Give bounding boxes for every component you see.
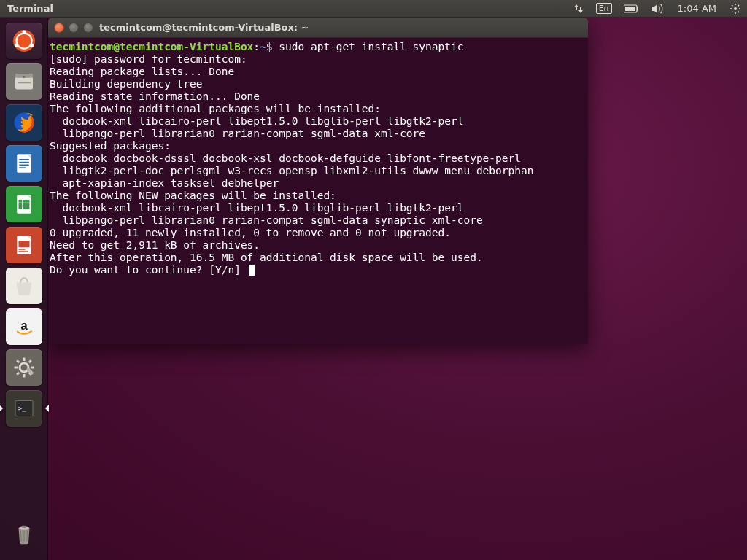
keyboard-indicator[interactable]: En xyxy=(590,0,618,17)
top-panel: Terminal En 1:04 AM xyxy=(0,0,747,18)
terminal-output: [sudo] password for tecmintcom: Reading … xyxy=(50,53,533,276)
svg-rect-11 xyxy=(18,82,31,83)
libreoffice-writer-icon xyxy=(11,150,37,176)
launcher-software[interactable] xyxy=(5,267,43,305)
system-settings-icon xyxy=(11,354,37,381)
session-indicator[interactable] xyxy=(724,0,747,17)
terminal-cursor xyxy=(249,265,255,276)
window-title: tecmintcom@tecmintcom-VirtualBox: ~ xyxy=(99,22,309,33)
keyboard-layout-badge: En xyxy=(596,3,612,14)
svg-rect-26 xyxy=(22,203,26,206)
svg-rect-33 xyxy=(18,241,29,247)
launcher-terminal[interactable]: >_ xyxy=(5,389,43,427)
svg-point-8 xyxy=(29,43,33,47)
svg-rect-2 xyxy=(625,7,635,11)
launcher-amazon[interactable]: a xyxy=(5,308,43,346)
svg-rect-14 xyxy=(17,154,31,173)
svg-rect-30 xyxy=(26,206,30,209)
prompt-dollar: $ xyxy=(266,41,279,52)
volume-icon xyxy=(651,4,665,14)
window-titlebar[interactable]: tecmintcom@tecmintcom-VirtualBox: ~ xyxy=(48,18,588,38)
launcher-firefox[interactable] xyxy=(5,104,43,141)
launcher-calc[interactable] xyxy=(5,185,43,223)
svg-rect-22 xyxy=(18,200,22,203)
libreoffice-impress-icon xyxy=(11,232,37,258)
terminal-window: tecmintcom@tecmintcom-VirtualBox: ~ tecm… xyxy=(48,18,588,344)
svg-rect-19 xyxy=(19,167,26,168)
launcher-impress[interactable] xyxy=(5,226,43,264)
window-maximize-button[interactable] xyxy=(83,23,93,33)
terminal-body[interactable]: tecmintcom@tecmintcom-VirtualBox:~$ sudo… xyxy=(48,38,588,344)
prompt-user: tecmintcom@tecmintcom-VirtualBox xyxy=(50,41,253,52)
sound-indicator[interactable] xyxy=(646,0,670,17)
svg-rect-35 xyxy=(18,251,28,252)
launcher-files[interactable] xyxy=(5,63,43,101)
clock-indicator[interactable]: 1:04 AM xyxy=(670,0,724,17)
svg-point-6 xyxy=(22,30,26,34)
files-icon xyxy=(11,69,37,95)
network-updown-icon xyxy=(573,3,584,15)
battery-indicator[interactable] xyxy=(618,0,646,17)
svg-line-45 xyxy=(17,373,19,375)
svg-rect-18 xyxy=(19,165,29,166)
launcher: a >_ xyxy=(0,18,48,560)
svg-line-42 xyxy=(17,360,19,362)
svg-rect-27 xyxy=(26,203,30,206)
svg-text:a: a xyxy=(20,319,28,332)
svg-rect-50 xyxy=(22,526,26,528)
svg-rect-29 xyxy=(22,206,26,209)
launcher-trash[interactable] xyxy=(5,515,43,553)
svg-rect-28 xyxy=(18,206,22,209)
trash-icon xyxy=(11,521,37,547)
battery-icon xyxy=(624,4,640,13)
svg-rect-34 xyxy=(18,249,25,250)
launcher-dash[interactable] xyxy=(5,22,43,60)
firefox-icon xyxy=(11,109,37,136)
svg-point-7 xyxy=(14,43,18,47)
svg-rect-16 xyxy=(19,159,29,160)
svg-point-3 xyxy=(734,7,737,10)
terminal-icon: >_ xyxy=(11,395,37,421)
active-app-menu[interactable]: Terminal xyxy=(0,3,53,14)
libreoffice-calc-icon xyxy=(11,191,37,217)
svg-rect-24 xyxy=(26,200,30,203)
svg-point-12 xyxy=(23,76,25,78)
svg-rect-25 xyxy=(18,203,22,206)
ubuntu-software-icon xyxy=(11,273,37,299)
window-close-button[interactable] xyxy=(54,23,64,33)
svg-rect-1 xyxy=(637,7,638,10)
prompt-path: ~ xyxy=(260,41,266,52)
launcher-writer[interactable] xyxy=(5,144,43,182)
svg-rect-17 xyxy=(19,162,29,163)
svg-text:>_: >_ xyxy=(18,405,26,412)
amazon-icon: a xyxy=(11,314,37,340)
svg-line-44 xyxy=(28,360,31,362)
launcher-settings[interactable] xyxy=(5,349,43,386)
dash-icon xyxy=(11,28,37,54)
window-minimize-button[interactable] xyxy=(69,23,79,33)
prompt-sep: : xyxy=(253,41,260,52)
terminal-command: sudo apt-get install synaptic xyxy=(279,41,463,52)
gear-icon xyxy=(729,3,741,15)
svg-rect-23 xyxy=(22,200,26,203)
network-indicator[interactable] xyxy=(567,0,590,17)
